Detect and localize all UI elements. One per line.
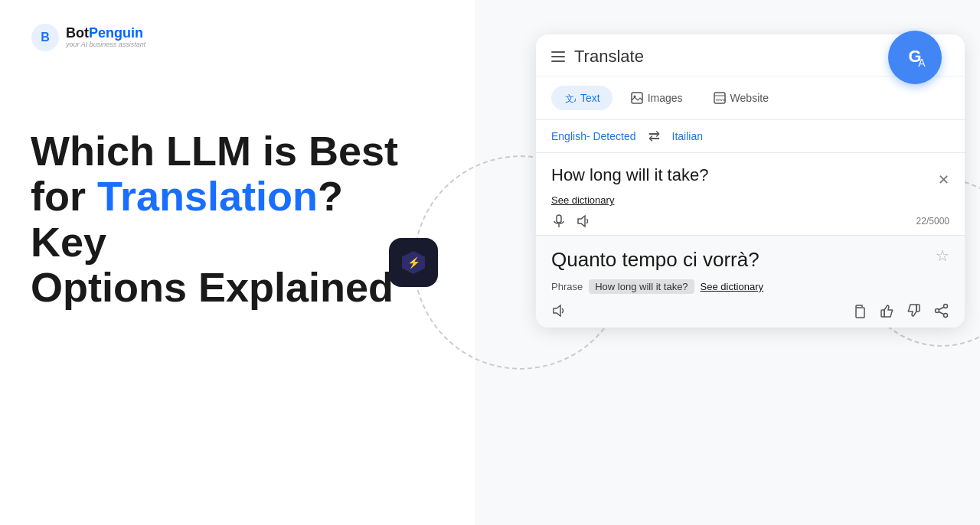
char-count: 22/5000 — [916, 216, 949, 227]
svg-point-21 — [944, 314, 948, 318]
logo-text: Bot Penguin your AI business assistant — [66, 26, 145, 49]
logo-penguin: Penguin — [89, 26, 143, 41]
svg-point-20 — [944, 305, 948, 308]
output-icons-left — [551, 303, 567, 318]
svg-text:B: B — [41, 31, 50, 44]
svg-marker-15 — [578, 216, 585, 227]
images-tab-icon — [631, 92, 643, 104]
output-area: Quanto tempo ci vorrà? ☆ Phrase How long… — [536, 236, 965, 328]
input-text[interactable]: How long will it take? — [551, 165, 949, 185]
star-button[interactable]: ☆ — [936, 246, 949, 265]
input-area: How long will it take? ✕ See dictionary — [536, 153, 965, 236]
source-lang[interactable]: English- Detected — [551, 130, 636, 142]
headline-line3: Options Explained — [31, 265, 429, 310]
phrase-row: Phrase How long will it take? See dictio… — [551, 279, 949, 294]
see-dictionary-link-2[interactable]: See dictionary — [701, 281, 763, 292]
svg-line-24 — [939, 312, 944, 315]
tab-images[interactable]: Images — [619, 86, 695, 110]
svg-text:⚡: ⚡ — [407, 256, 421, 269]
phrase-chip[interactable]: How long will it take? — [589, 279, 694, 294]
output-footer — [551, 303, 949, 318]
tabs-row: 文A Text Images www Website — [536, 77, 965, 120]
speaker-icon[interactable] — [576, 214, 591, 229]
badge-left-icon: ⚡ — [389, 238, 438, 287]
svg-text:A: A — [918, 57, 926, 69]
output-icons-right — [851, 303, 949, 318]
copy-icon[interactable] — [851, 303, 867, 318]
svg-point-22 — [936, 309, 939, 313]
headline-line1: Which LLM is Best — [31, 129, 429, 174]
thumbs-up-icon[interactable] — [879, 303, 894, 318]
svg-rect-8 — [632, 93, 642, 103]
website-tab-icon: www — [714, 92, 726, 104]
svg-rect-13 — [557, 215, 561, 223]
card-title: Translate — [574, 47, 644, 67]
logo-icon: B — [31, 23, 60, 52]
text-tab-icon: 文A — [564, 92, 576, 104]
lang-row: English- Detected ⇄ Itailian — [536, 120, 965, 153]
output-speaker-icon[interactable] — [551, 303, 567, 318]
input-footer: 22/5000 — [551, 214, 949, 229]
input-icons — [551, 214, 591, 229]
output-header: Quanto tempo ci vorrà? ☆ — [551, 248, 949, 272]
svg-rect-17 — [856, 308, 864, 318]
microphone-icon[interactable] — [551, 214, 567, 229]
target-lang[interactable]: Itailian — [672, 130, 703, 142]
headline-line2: for Translation? Key — [31, 174, 429, 265]
svg-rect-18 — [881, 310, 884, 317]
svg-text:www: www — [715, 97, 726, 102]
logo-bot: Bot — [66, 26, 89, 41]
tab-text[interactable]: 文A Text — [551, 86, 612, 110]
output-text: Quanto tempo ci vorrà? — [551, 248, 760, 272]
logo-area: B Bot Penguin your AI business assistant — [31, 23, 444, 52]
logo-tagline: your AI business assistant — [66, 41, 145, 49]
svg-text:文A: 文A — [565, 93, 576, 104]
svg-rect-19 — [916, 305, 920, 311]
svg-line-23 — [939, 308, 944, 310]
phrase-label: Phrase — [551, 281, 583, 292]
google-translate-icon: G A — [899, 41, 931, 73]
svg-marker-16 — [554, 305, 560, 316]
tab-website[interactable]: www Website — [701, 86, 781, 110]
clear-button[interactable]: ✕ — [938, 171, 949, 188]
share-icon[interactable] — [934, 303, 949, 318]
thumbs-down-icon[interactable] — [906, 303, 922, 318]
right-section: ⚡ G A Translate 文A — [475, 0, 980, 525]
hamburger-menu[interactable] — [551, 51, 565, 62]
headline: Which LLM is Best for Translation? Key O… — [31, 129, 429, 311]
see-dictionary-link-1[interactable]: See dictionary — [551, 194, 949, 206]
swap-languages-icon[interactable]: ⇄ — [648, 128, 660, 145]
google-translate-badge: G A — [888, 31, 942, 84]
